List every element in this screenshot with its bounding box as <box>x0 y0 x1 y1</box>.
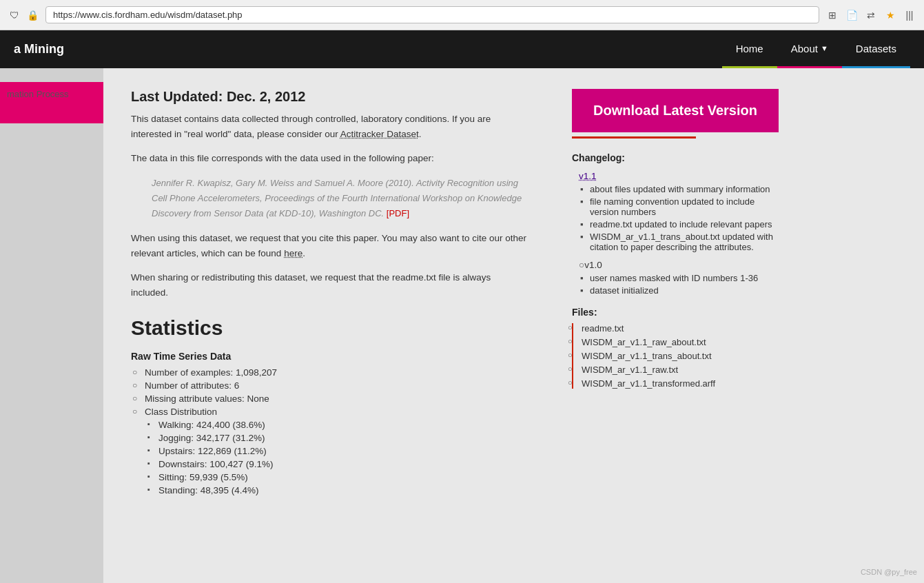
sidebar: mation Process <box>0 68 103 583</box>
red-divider <box>572 136 696 139</box>
reader-icon[interactable]: 📄 <box>845 9 858 21</box>
nav-link-home[interactable]: Home <box>722 30 777 68</box>
changelog-item-v10: v1.0 user names masked with ID numbers 1… <box>579 259 779 296</box>
file-link[interactable]: WISDM_ar_v1.1_trans_about.txt <box>582 351 712 361</box>
list-item: Walking: 424,400 (38.6%) <box>158 420 531 430</box>
file-link[interactable]: WISDM_ar_v1.1_raw.txt <box>582 365 678 375</box>
statistics-heading: Statistics <box>131 316 531 340</box>
nav-link-about[interactable]: About ▼ <box>777 30 842 68</box>
download-button[interactable]: Download Latest Version <box>572 89 779 132</box>
translate-icon[interactable]: ⇄ <box>865 9 877 21</box>
list-item: Standing: 48,395 (4.4%) <box>158 485 531 495</box>
nav-link-datasets[interactable]: Datasets <box>842 30 910 68</box>
list-item: file naming convention updated to includ… <box>590 196 779 217</box>
file-link[interactable]: readme.txt <box>582 323 624 334</box>
here-link[interactable]: here <box>284 248 302 258</box>
raw-data-title: Raw Time Series Data <box>131 351 531 362</box>
file-item: WISDM_ar_v1.1_transformed.arff <box>582 378 779 389</box>
files-list: readme.txt WISDM_ar_v1.1_raw_about.txt W… <box>572 323 779 389</box>
file-item: WISDM_ar_v1.1_raw.txt <box>582 365 779 375</box>
sharing-note: When sharing or redistributing this data… <box>131 270 531 300</box>
nav-bar: a Mining Home About ▼ Datasets <box>0 30 924 68</box>
last-updated-heading: Last Updated: Dec. 2, 2012 <box>131 89 531 105</box>
file-link[interactable]: WISDM_ar_v1.1_raw_about.txt <box>582 337 706 347</box>
changelog-list: v1.1 about files updated with summary in… <box>572 170 779 296</box>
address-bar[interactable]: https://www.cis.fordham.edu/wisdm/datase… <box>45 6 819 23</box>
list-item: dataset initialized <box>590 285 779 296</box>
star-icon[interactable]: ★ <box>884 9 896 21</box>
list-item: Sitting: 59,939 (5.5%) <box>158 472 531 482</box>
watermark: CSDN @py_free <box>861 568 917 576</box>
changelog-title: Changelog: <box>572 152 779 163</box>
cite-note: When using this dataset, we request that… <box>131 231 531 260</box>
class-distribution-list: Walking: 424,400 (38.6%) Jogging: 342,17… <box>145 420 531 495</box>
list-item: user names masked with ID numbers 1-36 <box>590 273 779 283</box>
actitracker-link[interactable]: Actitracker Dataset <box>340 129 419 139</box>
file-item: readme.txt <box>582 323 779 334</box>
list-item: Jogging: 342,177 (31.2%) <box>158 433 531 443</box>
paper-citation: Jennifer R. Kwapisz, Gary M. Weiss and S… <box>152 176 531 221</box>
browser-toolbar-icons: ⊞ 📄 ⇄ ★ ||| <box>826 9 916 21</box>
nav-links: Home About ▼ Datasets <box>722 30 910 68</box>
list-item: Number of attributes: 6 <box>145 380 531 391</box>
file-item: WISDM_ar_v1.1_trans_about.txt <box>582 351 779 361</box>
shelf-icon[interactable]: ||| <box>903 9 916 21</box>
files-title: Files: <box>572 307 779 318</box>
version-v10: v1.0 <box>579 260 602 270</box>
pdf-link[interactable]: [PDF] <box>387 208 409 218</box>
version-v11-link[interactable]: v1.1 <box>579 171 597 181</box>
intro-paragraph-1: This dataset contains data collected thr… <box>131 112 531 141</box>
chevron-down-icon: ▼ <box>821 44 828 52</box>
file-link[interactable]: WISDM_ar_v1.1_transformed.arff <box>582 378 715 389</box>
page-layout: mation Process Last Updated: Dec. 2, 201… <box>0 68 924 583</box>
list-item: readme.txt updated to include relevant p… <box>590 219 779 229</box>
intro-paragraph-2: The data in this file corresponds with t… <box>131 151 531 166</box>
list-item: WISDM_ar_v1.1_trans_about.txt updated wi… <box>590 232 779 252</box>
list-item: about files updated with summary informa… <box>590 184 779 194</box>
browser-security-icons: 🛡 🔒 <box>8 9 39 21</box>
changelog-sub-v11: about files updated with summary informa… <box>579 184 779 252</box>
file-item: WISDM_ar_v1.1_raw_about.txt <box>582 337 779 347</box>
list-item-class-dist: Class Distribution Walking: 424,400 (38.… <box>145 407 531 495</box>
nav-logo: a Mining <box>14 42 64 57</box>
shield-icon: 🛡 <box>8 9 21 21</box>
sidebar-highlight <box>0 82 103 123</box>
list-item: Downstairs: 100,427 (9.1%) <box>158 459 531 469</box>
list-item: Number of examples: 1,098,207 <box>145 367 531 378</box>
list-item: Missing attribute values: None <box>145 393 531 404</box>
right-panel: Download Latest Version Changelog: v1.1 … <box>558 68 792 583</box>
browser-bar: 🛡 🔒 https://www.cis.fordham.edu/wisdm/da… <box>0 0 924 30</box>
lock-icon: 🔒 <box>26 9 39 21</box>
grid-icon[interactable]: ⊞ <box>826 9 839 21</box>
stats-list: Number of examples: 1,098,207 Number of … <box>131 367 531 495</box>
main-content: Last Updated: Dec. 2, 2012 This dataset … <box>103 68 558 583</box>
sidebar-label: mation Process <box>0 89 103 99</box>
changelog-item-v11: v1.1 about files updated with summary in… <box>579 170 779 252</box>
changelog-sub-v10: user names masked with ID numbers 1-36 d… <box>579 273 779 296</box>
list-item: Upstairs: 122,869 (11.2%) <box>158 446 531 456</box>
